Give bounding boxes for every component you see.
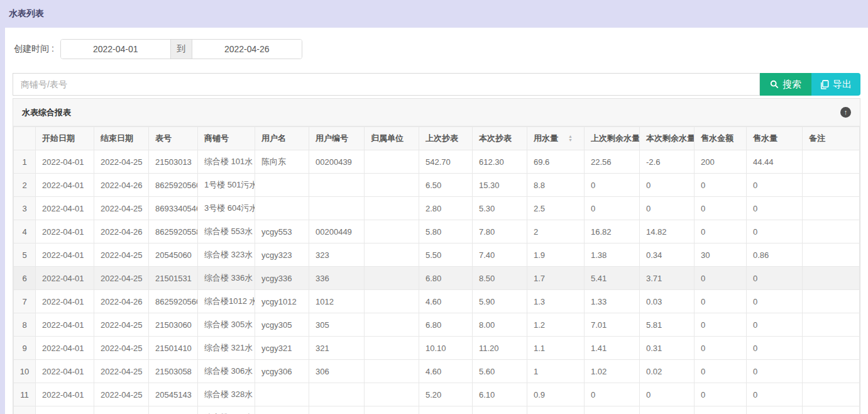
- cell-sale_amount: 0: [695, 313, 747, 337]
- page-title-bar: 水表列表: [0, 0, 868, 28]
- cell-user_name: [255, 406, 309, 414]
- cell-last_remaining: 0: [585, 197, 640, 220]
- cell-start_date: 2022-04-01: [36, 406, 94, 414]
- report-card-header: 水表综合报表 ↑: [13, 99, 860, 126]
- cell-end_date: 2022-04-25: [94, 360, 149, 383]
- cell-sale_volume: 0: [747, 174, 803, 197]
- table-row[interactable]: 72022-04-012022-04-268625920560综合楼1012 水…: [14, 290, 860, 313]
- date-range-group: 到: [60, 39, 302, 59]
- cell-remark: [803, 174, 860, 197]
- main-content: 创建时间 : 到 搜索 导出: [5, 28, 868, 414]
- cell-user_name: [255, 174, 309, 197]
- export-button[interactable]: 导出: [811, 73, 860, 96]
- cell-index: 6: [14, 267, 36, 290]
- cell-shop_no: 综合楼 306水: [198, 360, 255, 383]
- cell-meter_no: 21501531: [149, 267, 198, 290]
- cell-sale_volume: 0: [747, 406, 803, 414]
- table-row[interactable]: 12022-04-012022-04-2521503013综合楼 101水陈向东…: [14, 150, 860, 174]
- cell-shop_no: 3号楼 604污水: [198, 197, 255, 220]
- date-from-input[interactable]: [61, 40, 170, 59]
- cell-user_no: [309, 174, 365, 197]
- cell-last_reading: 5.50: [419, 243, 473, 267]
- column-header-current_reading: 本次抄表: [473, 127, 527, 150]
- cell-shop_no: 综合楼 336水: [198, 267, 255, 290]
- cell-end_date: 2022-04-25: [94, 267, 149, 290]
- cell-current_reading: 11.20: [473, 337, 527, 360]
- cell-current_reading: 5.30: [473, 197, 527, 220]
- cell-sale_amount: 0: [695, 360, 747, 383]
- table-row[interactable]: 92022-04-012022-04-2521501410综合楼 321水ycg…: [14, 337, 860, 360]
- column-header-label: 用水量: [534, 133, 558, 144]
- up-arrow-icon[interactable]: ↑: [840, 107, 851, 118]
- cell-index: 7: [14, 290, 36, 313]
- cell-user_no: 00200449: [309, 220, 365, 243]
- cell-remark: [803, 267, 860, 290]
- cell-meter_no: 20545060: [149, 243, 198, 267]
- cell-meter_no: 21503013: [149, 150, 198, 174]
- cell-meter_no: 20545143: [149, 383, 198, 406]
- table-row[interactable]: 42022-04-012022-04-268625920558综合楼 553水y…: [14, 220, 860, 243]
- cell-current_remaining: 0.34: [640, 243, 695, 267]
- table-row[interactable]: 102022-04-012022-04-2521503058综合楼 306水yc…: [14, 360, 860, 383]
- cell-usage: 2: [527, 220, 585, 243]
- cell-sale_volume: 0.86: [747, 243, 803, 267]
- cell-current_remaining: 3.71: [640, 267, 695, 290]
- cell-end_date: 2022-04-25: [94, 243, 149, 267]
- cell-meter_no: 21501332: [149, 406, 198, 414]
- cell-current_remaining: 0.03: [640, 290, 695, 313]
- cell-end_date: 2022-04-25: [94, 150, 149, 174]
- cell-current_remaining: 14.82: [640, 220, 695, 243]
- cell-start_date: 2022-04-01: [36, 267, 94, 290]
- cell-user_no: 323: [309, 243, 365, 267]
- table-row[interactable]: 52022-04-012022-04-2520545060综合楼 323水ycg…: [14, 243, 860, 267]
- column-header-usage[interactable]: 用水量▲▼: [527, 127, 585, 150]
- sort-desc-icon[interactable]: ▼: [568, 138, 573, 142]
- cell-current_remaining: 0: [640, 383, 695, 406]
- cell-last_remaining: 1.41: [585, 337, 640, 360]
- search-input[interactable]: [13, 73, 760, 96]
- table-row[interactable]: 62022-04-012022-04-2521501531综合楼 336水ycg…: [14, 267, 860, 290]
- cell-start_date: 2022-04-01: [36, 383, 94, 406]
- table-row[interactable]: 112022-04-012022-04-2520545143综合楼 328水5.…: [14, 383, 860, 406]
- search-button[interactable]: 搜索: [760, 73, 811, 96]
- column-header-sale_amount: 售水金额: [695, 127, 747, 150]
- cell-sale_volume: 0: [747, 383, 803, 406]
- cell-last_remaining: 16.82: [585, 220, 640, 243]
- export-copy-icon: [820, 80, 829, 89]
- cell-unit: [365, 360, 419, 383]
- cell-last_reading: 4.60: [419, 360, 473, 383]
- cell-shop_no: 综合楼 305水: [198, 313, 255, 337]
- cell-unit: [365, 267, 419, 290]
- cell-sale_amount: 200: [695, 150, 747, 174]
- column-header-remark: 备注: [803, 127, 860, 150]
- table-row[interactable]: 22022-04-012022-04-2686259205601号楼 501污水…: [14, 174, 860, 197]
- cell-start_date: 2022-04-01: [36, 174, 94, 197]
- cell-usage: 1.9: [527, 243, 585, 267]
- cell-start_date: 2022-04-01: [36, 290, 94, 313]
- cell-remark: [803, 406, 860, 414]
- cell-remark: [803, 313, 860, 337]
- cell-current_reading: 7.40: [473, 243, 527, 267]
- column-header-user_no: 用户编号: [309, 127, 365, 150]
- cell-index: 9: [14, 337, 36, 360]
- sort-icon[interactable]: ▲▼: [568, 135, 573, 143]
- table-row[interactable]: 32022-04-012022-04-2586933405463号楼 604污水…: [14, 197, 860, 220]
- table-row[interactable]: 82022-04-012022-04-2521503060综合楼 305水ycg…: [14, 313, 860, 337]
- column-header-shop_no: 商铺号: [198, 127, 255, 150]
- cell-current_remaining: 5.81: [640, 313, 695, 337]
- cell-usage: 2.5: [527, 197, 585, 220]
- cell-current_remaining: 0.31: [640, 337, 695, 360]
- cell-user_no: 306: [309, 360, 365, 383]
- date-range-separator: 到: [170, 40, 192, 59]
- cell-last_remaining: 5.41: [585, 267, 640, 290]
- column-header-meter_no: 表号: [149, 127, 198, 150]
- cell-usage: 0.8: [527, 406, 585, 414]
- date-to-input[interactable]: [192, 40, 302, 59]
- cell-index: 10: [14, 360, 36, 383]
- cell-index: 8: [14, 313, 36, 337]
- cell-sale_volume: 0: [747, 290, 803, 313]
- cell-unit: [365, 197, 419, 220]
- cell-user_no: 321: [309, 337, 365, 360]
- table-row[interactable]: 122022-04-012022-04-2521501332综合楼 328水22…: [14, 406, 860, 414]
- cell-start_date: 2022-04-01: [36, 197, 94, 220]
